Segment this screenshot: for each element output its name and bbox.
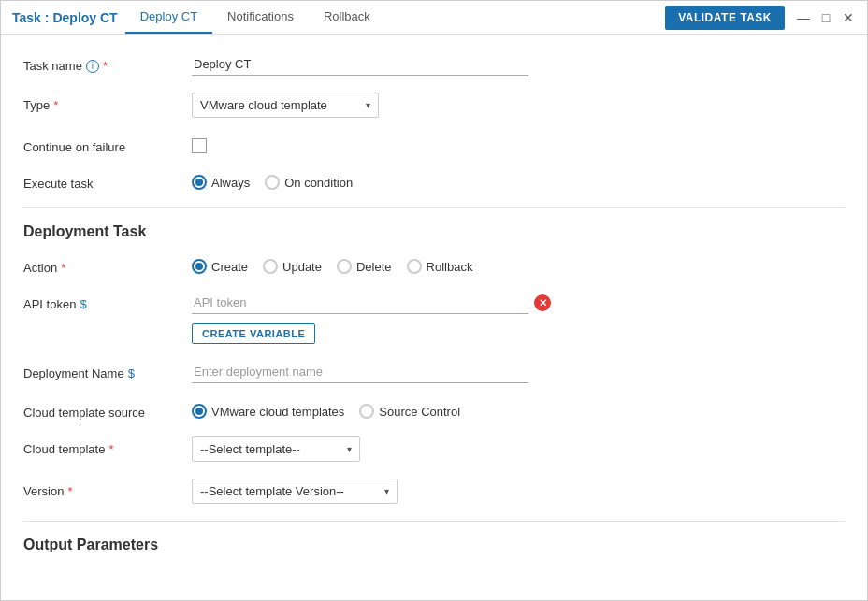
cloud-template-control: --Select template-- ▾ — [192, 436, 845, 462]
version-control: --Select template Version-- ▾ — [192, 479, 845, 504]
tab-group: Deploy CT Notifications Rollback — [125, 1, 385, 34]
deployment-name-row: Deployment Name $ — [23, 361, 845, 383]
api-token-label: API token $ — [23, 292, 192, 311]
type-dropdown[interactable]: VMware cloud template ▾ — [192, 93, 379, 118]
continue-on-failure-label: Continue on failure — [23, 135, 192, 154]
source-vmware-radio[interactable] — [192, 404, 207, 419]
action-required: * — [61, 261, 65, 275]
deployment-name-control — [192, 361, 845, 383]
action-delete-radio[interactable] — [337, 259, 352, 274]
cloud-template-dropdown[interactable]: --Select template-- ▾ — [192, 436, 360, 462]
deployment-name-dollar: $ — [128, 366, 135, 380]
section-divider — [23, 207, 845, 208]
task-label: Task : — [12, 10, 52, 25]
type-value: VMware cloud template — [200, 98, 327, 112]
output-parameters-heading: Output Parameters — [23, 537, 845, 553]
tab-notifications[interactable]: Notifications — [212, 1, 309, 34]
source-control-label: Source Control — [379, 405, 460, 419]
type-dropdown-arrow: ▾ — [366, 100, 370, 110]
version-arrow: ▾ — [384, 486, 389, 496]
type-control: VMware cloud template ▾ — [192, 93, 845, 118]
output-divider — [23, 521, 845, 522]
validate-task-button[interactable]: VALIDATE TASK — [665, 6, 785, 30]
execute-task-radio-group: Always On condition — [192, 171, 845, 190]
cloud-template-source-label: Cloud template source — [23, 400, 192, 420]
source-vmware-option[interactable]: VMware cloud templates — [192, 404, 344, 419]
source-vmware-label: VMware cloud templates — [211, 405, 344, 419]
close-button[interactable]: ✕ — [841, 10, 856, 25]
action-row: Action * Create Update Delete — [23, 255, 845, 275]
action-create-label: Create — [211, 260, 248, 274]
cloud-template-arrow: ▾ — [347, 444, 352, 454]
window-controls: — □ ✕ — [796, 10, 856, 25]
api-token-wrapper: ✕ — [192, 292, 845, 314]
cloud-template-label: Cloud template * — [23, 436, 192, 456]
cloud-template-source-radio-group: VMware cloud templates Source Control — [192, 400, 845, 419]
version-required: * — [67, 484, 72, 498]
cloud-template-source-control: VMware cloud templates Source Control — [192, 400, 845, 419]
restore-button[interactable]: □ — [818, 10, 833, 25]
task-name-label: Task name i * — [23, 53, 192, 73]
action-update-label: Update — [282, 260, 322, 274]
type-row: Type * VMware cloud template ▾ — [23, 93, 845, 118]
continue-on-failure-row: Continue on failure — [23, 135, 845, 154]
type-required: * — [53, 98, 58, 112]
action-update-radio[interactable] — [263, 259, 278, 274]
deployment-task-heading: Deployment Task — [23, 223, 845, 240]
cloud-template-row: Cloud template * --Select template-- ▾ — [23, 436, 845, 462]
execute-always-option[interactable]: Always — [192, 175, 250, 190]
execute-task-row: Execute task Always On condition — [23, 171, 845, 191]
type-label: Type * — [23, 93, 192, 112]
api-token-error-icon: ✕ — [534, 294, 551, 311]
execute-always-label: Always — [211, 176, 250, 190]
api-token-row: API token $ ✕ CREATE VARIABLE — [23, 292, 845, 344]
action-label: Action * — [23, 255, 192, 275]
info-icon: i — [86, 60, 99, 73]
deployment-name-input[interactable] — [192, 361, 528, 383]
tab-deploy-ct[interactable]: Deploy CT — [125, 1, 212, 34]
action-control: Create Update Delete Rollback — [192, 255, 845, 274]
tab-rollback[interactable]: Rollback — [309, 1, 385, 34]
version-row: Version * --Select template Version-- ▾ — [23, 479, 845, 504]
api-token-dollar: $ — [80, 297, 86, 311]
action-delete-option[interactable]: Delete — [337, 259, 392, 274]
execute-task-label: Execute task — [23, 171, 192, 191]
source-control-option[interactable]: Source Control — [359, 404, 460, 419]
continue-on-failure-control — [192, 135, 845, 153]
task-name-title: Deploy CT — [52, 10, 121, 25]
execute-on-condition-option[interactable]: On condition — [265, 175, 353, 190]
execute-always-radio[interactable] — [192, 175, 207, 190]
version-label: Version * — [23, 479, 192, 498]
version-dropdown[interactable]: --Select template Version-- ▾ — [192, 479, 398, 504]
main-window: Task : Deploy CT Deploy CT Notifications… — [0, 0, 868, 601]
action-radio-group: Create Update Delete Rollback — [192, 255, 845, 274]
minimize-button[interactable]: — — [796, 10, 811, 25]
continue-on-failure-checkbox[interactable] — [192, 138, 207, 153]
task-name-required: * — [103, 59, 108, 73]
action-rollback-option[interactable]: Rollback — [407, 259, 473, 274]
action-delete-label: Delete — [356, 260, 392, 274]
cloud-template-value: --Select template-- — [200, 442, 300, 456]
execute-on-condition-label: On condition — [284, 176, 353, 190]
task-name-row: Task name i * — [23, 53, 845, 76]
action-rollback-radio[interactable] — [407, 259, 422, 274]
deployment-name-label: Deployment Name $ — [23, 361, 192, 380]
execute-on-condition-radio[interactable] — [265, 175, 280, 190]
execute-task-control: Always On condition — [192, 171, 845, 190]
task-name-input[interactable] — [192, 53, 528, 76]
cloud-template-source-row: Cloud template source VMware cloud templ… — [23, 400, 845, 420]
create-variable-button[interactable]: CREATE VARIABLE — [192, 323, 315, 344]
action-update-option[interactable]: Update — [263, 259, 322, 274]
title-bar: Task : Deploy CT Deploy CT Notifications… — [1, 1, 867, 35]
api-token-control: ✕ CREATE VARIABLE — [192, 292, 845, 344]
action-create-option[interactable]: Create — [192, 259, 248, 274]
action-rollback-label: Rollback — [427, 260, 473, 274]
content-area: Task name i * Type * VMware cloud templa… — [1, 35, 867, 600]
source-control-radio[interactable] — [359, 404, 374, 419]
api-token-input[interactable] — [192, 292, 528, 314]
task-name-control — [192, 53, 845, 76]
cloud-template-required: * — [108, 442, 113, 456]
action-create-radio[interactable] — [192, 259, 207, 274]
version-value: --Select template Version-- — [200, 484, 344, 498]
